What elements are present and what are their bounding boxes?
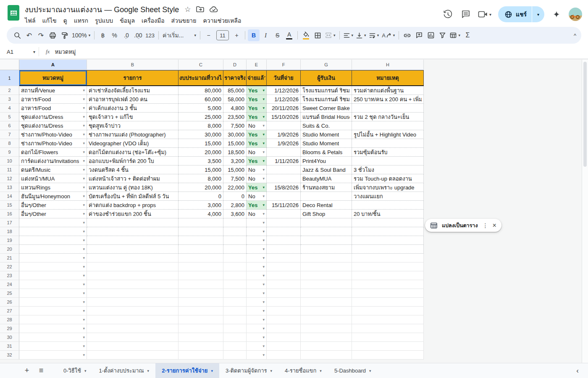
col-header-C[interactable]: C [178, 60, 223, 70]
row-header-5[interactable]: 5 [0, 113, 19, 121]
cell-F6[interactable] [267, 121, 301, 130]
cell-H27[interactable] [352, 307, 424, 315]
cell-G9[interactable]: Blooms & Petals [301, 148, 352, 157]
cell-E3[interactable]: Yes▾ [247, 95, 267, 104]
cell-G16[interactable]: Gift Shop [301, 210, 352, 218]
cell-C13[interactable]: 20,000 [178, 183, 223, 192]
cell-E27[interactable]: ▾ [247, 307, 267, 315]
cell-E5[interactable]: Yes▾ [247, 113, 267, 121]
cell-A7[interactable]: ช่างภาพ/Photo-Video▾ [19, 130, 87, 139]
cell-G26[interactable] [301, 298, 352, 307]
cell-H24[interactable] [352, 280, 424, 289]
cell-G6[interactable]: Suits & Co. [301, 121, 352, 130]
cell-B15[interactable]: ค่าตกแต่ง backdrop + props [87, 201, 178, 210]
print-button[interactable] [47, 29, 58, 41]
cell-B19[interactable] [87, 236, 178, 245]
cell-C12[interactable]: 8,000 [178, 174, 223, 183]
strikethrough-button[interactable]: S [272, 29, 283, 41]
menu-item-0[interactable]: ไฟล์ [21, 15, 39, 26]
cell-A15[interactable]: อื่นๆ/Other▾ [19, 201, 87, 210]
horizontal-align-button[interactable]: ▾ [342, 29, 355, 41]
cell-B9[interactable]: ดอกไม้ตกแต่งงาน (ช่อ+โต๊ะ+ซุ้ม) [87, 148, 178, 157]
menu-item-5[interactable]: ข้อมูล [116, 15, 138, 26]
cell-F28[interactable] [267, 315, 301, 324]
cell-H22[interactable] [352, 262, 424, 271]
number-format-button[interactable]: 123 [144, 29, 156, 41]
cell-C18[interactable] [178, 227, 223, 236]
cell-C15[interactable]: 3,000 [178, 201, 223, 210]
row-header-30[interactable]: 30 [0, 333, 19, 342]
row-header-14[interactable]: 14 [0, 192, 19, 201]
share-dropdown[interactable]: ▾ [532, 6, 544, 22]
cell-B25[interactable] [87, 289, 178, 298]
cell-C20[interactable] [178, 245, 223, 254]
cell-E6[interactable]: No▾ [247, 121, 267, 130]
cell-D26[interactable] [223, 298, 247, 307]
cell-G8[interactable]: Studio Moment [301, 139, 352, 148]
sheet-tab-1[interactable]: 1-ตั้งค่างบประมาณ▾ [93, 363, 156, 378]
row-header-19[interactable]: 19 [0, 236, 19, 245]
cell-H5[interactable]: รวม 2 ชุด กลางวัน+เย็น [352, 113, 424, 121]
cell-F4[interactable]: 20/11/2026 [267, 104, 301, 113]
cell-F2[interactable]: 1/12/2026 [267, 86, 301, 95]
cell-B31[interactable] [87, 342, 178, 351]
cell-F3[interactable]: 1/12/2026 [267, 95, 301, 104]
cell-C21[interactable] [178, 254, 223, 262]
cell-C6[interactable]: 8,000 [178, 121, 223, 130]
cell-H25[interactable] [352, 289, 424, 298]
cell-H9[interactable]: รวมซุ้มต้อนรับ [352, 148, 424, 157]
col-header-D[interactable]: D [223, 60, 247, 70]
filter-button[interactable] [437, 29, 448, 41]
percent-format-button[interactable]: % [109, 29, 120, 41]
sheet-tab-2[interactable]: 2-รายการค่าใช้จ่าย▾ [155, 363, 219, 378]
cell-G3[interactable]: โรงแรมแกรนด์ ริชมอน [301, 95, 352, 104]
cell-C4[interactable]: 5,000 [178, 104, 223, 113]
cell-A25[interactable]: ▾ [19, 289, 87, 298]
font-size-input[interactable]: 11 [216, 30, 229, 40]
account-avatar[interactable] [569, 8, 582, 21]
cell-G31[interactable] [301, 342, 352, 351]
cell-B23[interactable] [87, 271, 178, 280]
all-sheets-button[interactable]: ≡ [35, 365, 47, 377]
cell-F11[interactable] [267, 165, 301, 174]
menu-item-1[interactable]: แก้ไข [39, 15, 60, 26]
row-header-8[interactable]: 8 [0, 139, 19, 148]
sheet-tab-4[interactable]: 4-รายชื่อแขก▾ [278, 363, 328, 378]
cell-G1[interactable]: ผู้รับเงิน [301, 70, 352, 86]
cell-F29[interactable] [267, 324, 301, 333]
row-header-6[interactable]: 6 [0, 121, 19, 130]
row-header-28[interactable]: 28 [0, 315, 19, 324]
cell-E23[interactable]: ▾ [247, 271, 267, 280]
cell-B4[interactable]: ค่าเค้กแต่งงาน 3 ชั้น [87, 104, 178, 113]
cell-A12[interactable]: แต่งหน้า/MUA▾ [19, 174, 87, 183]
cell-B14[interactable]: บัตรเครื่องบิน + ที่พัก มัลดีฟส์ 5 วัน [87, 192, 178, 201]
cell-C26[interactable] [178, 298, 223, 307]
row-header-16[interactable]: 16 [0, 210, 19, 218]
cell-G28[interactable] [301, 315, 352, 324]
cell-A18[interactable]: ▾ [19, 227, 87, 236]
row-header-2[interactable]: 2 [0, 86, 19, 95]
row-header-31[interactable]: 31 [0, 342, 19, 351]
row-header-12[interactable]: 12 [0, 174, 19, 183]
cell-B8[interactable]: Videographer (VDO เต็ม) [87, 139, 178, 148]
cell-D11[interactable]: 15,000 [223, 165, 247, 174]
cell-D2[interactable]: 85,000 [223, 86, 247, 95]
cell-E11[interactable]: No▾ [247, 165, 267, 174]
cell-C17[interactable] [178, 218, 223, 227]
cell-B16[interactable]: ค่าของชำร่วยแขก 200 ชิ้น [87, 210, 178, 218]
row-header-29[interactable]: 29 [0, 324, 19, 333]
cell-G2[interactable]: โรงแรมแกรนด์ ริชมอน [301, 86, 352, 95]
cell-B12[interactable]: แต่งหน้าเจ้าสาว + ติดต่อทำผม [87, 174, 178, 183]
cell-G21[interactable] [301, 254, 352, 262]
cell-F9[interactable] [267, 148, 301, 157]
cell-B32[interactable] [87, 351, 178, 360]
cell-H29[interactable] [352, 324, 424, 333]
cell-D7[interactable]: 30,000 [223, 130, 247, 139]
share-button[interactable]: แชร์ ▾ [498, 6, 544, 22]
cell-E7[interactable]: Yes▾ [247, 130, 267, 139]
cell-H19[interactable] [352, 236, 424, 245]
col-header-F[interactable]: F [267, 60, 301, 70]
cell-E30[interactable]: ▾ [247, 333, 267, 342]
vertical-align-button[interactable]: ▾ [355, 29, 368, 41]
cell-C25[interactable] [178, 289, 223, 298]
